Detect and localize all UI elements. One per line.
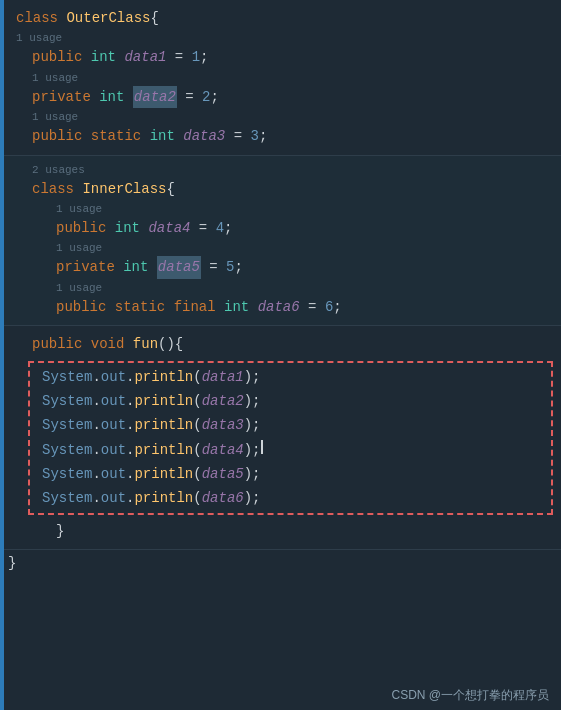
usage-hint-innerclass: 2 usages — [0, 162, 561, 177]
fun-method-section: public void fun(){ System.out.println(da… — [0, 326, 561, 550]
println-data1: System.out.println(data1); — [30, 365, 551, 389]
data4-declaration: public int data4 = 4; — [0, 216, 561, 240]
usage-hint-data1: 1 usage — [0, 30, 561, 45]
outer-class-declaration: class OuterClass{ — [0, 6, 561, 30]
fun-declaration: public void fun(){ — [0, 332, 561, 356]
outer-close-brace: } — [0, 550, 561, 575]
println-data5: System.out.println(data5); — [30, 462, 551, 486]
left-accent-bar — [0, 0, 4, 710]
usage-hint-data3: 1 usage — [0, 109, 561, 124]
data3-declaration: public static int data3 = 3; — [0, 124, 561, 148]
println-block: System.out.println(data1); System.out.pr… — [28, 361, 553, 515]
code-editor: class OuterClass{ 1 usage public int dat… — [0, 0, 561, 710]
inner-class-section: 2 usages class InnerClass{ 1 usage publi… — [0, 156, 561, 327]
data5-declaration: private int data5 = 5; — [0, 255, 561, 279]
data1-declaration: public int data1 = 1; — [0, 45, 561, 69]
data2-declaration: private int data2 = 2; — [0, 85, 561, 109]
usage-hint-data5: 1 usage — [0, 240, 561, 255]
outer-class-name: OuterClass — [66, 7, 150, 29]
outer-class-section: class OuterClass{ 1 usage public int dat… — [0, 0, 561, 156]
println-data6: System.out.println(data6); — [30, 486, 551, 510]
class-keyword: class — [16, 7, 66, 29]
fun-close-brace: } — [0, 519, 561, 543]
println-data2: System.out.println(data2); — [30, 389, 551, 413]
println-data4: System.out.println(data4); — [30, 438, 551, 462]
usage-hint-data2: 1 usage — [0, 70, 561, 85]
inner-class-declaration: class InnerClass{ — [0, 177, 561, 201]
watermark: CSDN @一个想打拳的程序员 — [391, 687, 549, 704]
data6-declaration: public static final int data6 = 6; — [0, 295, 561, 319]
usage-hint-data4: 1 usage — [0, 201, 561, 216]
println-data3: System.out.println(data3); — [30, 413, 551, 437]
usage-hint-data6: 1 usage — [0, 280, 561, 295]
